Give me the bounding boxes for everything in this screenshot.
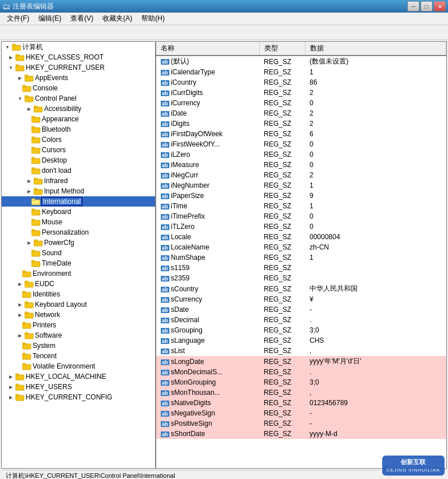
tree-item-dontload[interactable]: don't load (2, 165, 155, 176)
tree-toggle-printers[interactable] (15, 320, 22, 330)
tree-item-appevents[interactable]: ▶ AppEvents (2, 73, 155, 83)
tree-toggle-hkcc[interactable]: ▶ (6, 393, 15, 402)
tree-item-infrared[interactable]: ▶ Infrared (2, 176, 155, 186)
table-row[interactable]: abiTimeREG_SZ1 (156, 201, 446, 211)
tree-toggle-bluetooth[interactable] (25, 125, 31, 134)
table-row[interactable]: absNativeDigitsREG_SZ0123456789 (156, 398, 446, 408)
table-row[interactable]: absPositiveSignREG_SZ- (156, 418, 446, 429)
tree-toggle-keyboardlayout[interactable]: ▶ (15, 300, 25, 309)
tree-item-tencent[interactable]: Tencent (2, 351, 155, 361)
tree-item-printers[interactable]: Printers (2, 320, 155, 330)
menu-file[interactable]: 文件(F) (2, 13, 34, 25)
table-row[interactable]: abiNegCurrREG_SZ2 (156, 170, 446, 180)
tree-toggle-controlpanel[interactable]: ▼ (15, 94, 25, 103)
tree-item-inputmethod[interactable]: ▶ Input Method (2, 186, 155, 196)
tree-item-hkcu[interactable]: ▼ HKEY_CURRENT_USER (2, 62, 155, 73)
menu-edit[interactable]: 编辑(E) (34, 13, 66, 25)
tree-toggle-system[interactable] (15, 341, 22, 350)
tree-toggle-desktop[interactable] (25, 156, 31, 165)
tree-toggle-volatileenv[interactable] (15, 362, 22, 371)
tree-toggle-accessibility[interactable]: ▶ (25, 104, 34, 113)
table-row[interactable]: absMonDecimalS...REG_SZ. (156, 367, 446, 377)
tree-item-hku[interactable]: ▶ HKEY_USERS (2, 382, 155, 392)
tree-item-powercfg[interactable]: ▶ PowerCfg (2, 237, 155, 248)
tree-item-system[interactable]: System (2, 341, 155, 351)
maximize-button[interactable]: □ (421, 1, 433, 11)
tree-item-computer[interactable]: ▼ 计算机 (2, 42, 155, 52)
table-row[interactable]: abiLZeroREG_SZ0 (156, 149, 446, 160)
table-row[interactable]: ab(默认)REG_SZ(数值未设置) (156, 56, 446, 67)
tree-toggle-appearance[interactable] (25, 114, 31, 124)
table-row[interactable]: absGroupingREG_SZ3;0 (156, 325, 446, 335)
table-row[interactable]: abiDateREG_SZ2 (156, 108, 446, 118)
tree-toggle-international[interactable] (25, 197, 31, 206)
table-row[interactable]: absListREG_SZ, (156, 346, 446, 356)
tree-toggle-identities[interactable] (15, 290, 22, 299)
tree-toggle-console[interactable] (15, 84, 22, 93)
table-row[interactable]: absCountryREG_SZ中华人民共和国 (156, 283, 446, 294)
tree-toggle-personalization[interactable] (25, 228, 31, 237)
tree-item-colors[interactable]: Colors (2, 134, 155, 145)
menu-view[interactable]: 查看(V) (66, 13, 98, 25)
tree-toggle-dontload[interactable] (25, 166, 31, 175)
tree-toggle-powercfg[interactable]: ▶ (25, 238, 34, 247)
table-row[interactable]: abiCurrDigitsREG_SZ2 (156, 88, 446, 98)
table-row[interactable]: abiFirstDayOfWeekREG_SZ6 (156, 129, 446, 139)
tree-item-hkcr[interactable]: ▶ HKEY_CLASSES_ROOT (2, 52, 155, 62)
tree-toggle-colors[interactable] (25, 135, 31, 144)
menu-help[interactable]: 帮助(H) (137, 13, 169, 25)
tree-item-volatileenv[interactable]: Volatile Environment (2, 361, 155, 371)
tree-toggle-network[interactable]: ▶ (15, 310, 25, 319)
table-row[interactable]: abiFirstWeekOfY...REG_SZ0 (156, 139, 446, 149)
close-button[interactable]: ✕ (434, 1, 446, 11)
tree-item-cursors[interactable]: Cursors (2, 145, 155, 155)
tree-item-environment[interactable]: Environment (2, 268, 155, 279)
tree-toggle-hklm[interactable]: ▶ (6, 372, 15, 381)
tree-item-desktop[interactable]: Desktop (2, 155, 155, 165)
table-row[interactable]: abiTLZeroREG_SZ0 (156, 221, 446, 232)
tree-item-eudc[interactable]: ▶ EUDC (2, 279, 155, 289)
table-row[interactable]: abiCountryREG_SZ86 (156, 77, 446, 88)
tree-item-appearance[interactable]: Appearance (2, 114, 155, 124)
tree-item-software[interactable]: ▶ Software (2, 330, 155, 341)
table-row[interactable]: abs2359REG_SZ (156, 273, 446, 283)
tree-item-sound[interactable]: Sound (2, 248, 155, 258)
table-row[interactable]: absLongDateREG_SZyyyy'年'M'月'd'日' (156, 356, 446, 367)
table-row[interactable]: absDecimalREG_SZ. (156, 315, 446, 325)
tree-toggle-infrared[interactable]: ▶ (25, 176, 34, 185)
tree-toggle-sound[interactable] (25, 248, 31, 258)
tree-item-keyboardlayout[interactable]: ▶ Keyboard Layout (2, 299, 155, 310)
tree-item-international[interactable]: International (2, 196, 155, 207)
table-row[interactable]: absShortDateREG_SZyyyy-M-d (156, 429, 446, 439)
table-row[interactable]: abiCalendarTypeREG_SZ1 (156, 67, 446, 77)
tree-item-mouse[interactable]: Mouse (2, 217, 155, 227)
menu-favorites[interactable]: 收藏夹(A) (98, 13, 137, 25)
tree-toggle-mouse[interactable] (25, 217, 31, 227)
tree-item-keyboard[interactable]: Keyboard (2, 207, 155, 217)
tree-toggle-keyboard[interactable] (25, 207, 31, 216)
tree-item-hklm[interactable]: ▶ HKEY_LOCAL_MACHINE (2, 371, 155, 382)
tree-item-hkcc[interactable]: ▶ HKEY_CURRENT_CONFIG (2, 392, 155, 402)
table-row[interactable]: abiDigitsREG_SZ2 (156, 118, 446, 129)
tree-item-accessibility[interactable]: ▶ Accessibility (2, 104, 155, 114)
table-row[interactable]: abNumShapeREG_SZ1 (156, 252, 446, 263)
table-row[interactable]: abLocaleNameREG_SZzh-CN (156, 242, 446, 252)
tree-item-console[interactable]: Console (2, 83, 155, 93)
table-row[interactable]: abiPaperSizeREG_SZ9 (156, 191, 446, 201)
tree-toggle-environment[interactable] (15, 269, 22, 278)
tree-toggle-cursors[interactable] (25, 145, 31, 155)
tree-toggle-appevents[interactable]: ▶ (15, 73, 25, 82)
tree-item-controlpanel[interactable]: ▼ Control Panel (2, 93, 155, 104)
tree-item-network[interactable]: ▶ Network (2, 310, 155, 320)
tree-toggle-inputmethod[interactable]: ▶ (25, 187, 34, 196)
table-row[interactable]: absMonGroupingREG_SZ3;0 (156, 377, 446, 387)
tree-toggle-eudc[interactable]: ▶ (15, 279, 25, 288)
tree-toggle-hku[interactable]: ▶ (6, 382, 15, 391)
table-row[interactable]: abiMeasureREG_SZ0 (156, 160, 446, 170)
tree-item-identities[interactable]: Identities (2, 289, 155, 299)
tree-toggle-hkcr[interactable]: ▶ (6, 53, 15, 62)
table-row[interactable]: absMonThousan...REG_SZ, (156, 387, 446, 398)
table-row[interactable]: absNegativeSignREG_SZ- (156, 408, 446, 418)
tree-toggle-timedate[interactable] (25, 259, 31, 268)
tree-pane[interactable]: ▼ 计算机▶ HKEY_CLASSES_ROOT▼ HKEY_CURRENT_U… (2, 42, 156, 468)
